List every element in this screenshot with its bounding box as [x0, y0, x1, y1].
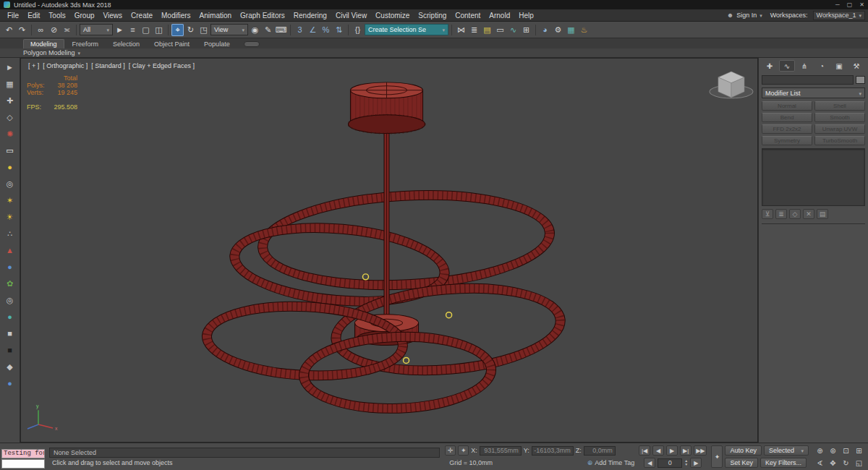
reference-coordinate-system-dropdown[interactable]: View — [210, 24, 248, 35]
menu-item[interactable]: Content — [451, 11, 485, 20]
set-key-mode-button[interactable]: ✦ — [711, 445, 723, 468]
modifier-button[interactable]: Bend — [762, 113, 812, 122]
create-tab-icon[interactable]: ✚ — [762, 60, 778, 72]
select-and-scale-icon[interactable]: ◳ — [197, 24, 210, 36]
menu-item[interactable]: Tools — [44, 11, 69, 20]
align-icon[interactable]: ≣ — [468, 24, 480, 36]
rectangular-selection-region-icon[interactable]: ▢ — [140, 24, 152, 36]
select-and-manipulate-icon[interactable]: ✎ — [262, 24, 274, 36]
listener-script-line[interactable] — [1, 459, 45, 469]
modifier-button[interactable]: Symmetry — [762, 136, 812, 145]
z-coordinate-field[interactable]: 0,0mm — [584, 446, 616, 456]
redo-icon[interactable]: ↷ — [16, 24, 28, 36]
go-to-end-icon[interactable]: ▶▶ — [694, 445, 707, 456]
left-tool-burst-icon[interactable]: ✺ — [3, 127, 17, 141]
window-crossing-icon[interactable]: ◫ — [153, 24, 165, 36]
sign-in-button[interactable]: ☻ Sign In — [724, 12, 765, 19]
absolute-mode-toggle[interactable]: ✛ — [445, 445, 456, 456]
key-filters-button[interactable]: Key Filters... — [760, 458, 807, 468]
display-tab-icon[interactable]: ▣ — [831, 60, 847, 72]
modifier-button[interactable]: Normal — [762, 101, 812, 111]
next-frame-icon[interactable]: ▶| — [680, 445, 692, 456]
left-tool-ring-icon[interactable]: ◎ — [3, 293, 17, 307]
selection-lock-icon[interactable]: ✦ — [458, 445, 469, 456]
chandelier-canopy[interactable] — [348, 82, 425, 134]
left-tool-foliage-icon[interactable]: ✿ — [3, 276, 17, 291]
pan-icon[interactable]: ✥ — [827, 457, 839, 469]
left-tool-select-icon[interactable]: ► — [3, 60, 17, 74]
named-selection-sets-dropdown[interactable]: Create Selection Se — [365, 24, 448, 35]
unlink-selection-icon[interactable]: ⊘ — [48, 24, 60, 36]
zoom-extents-icon[interactable]: ⊡ — [840, 445, 852, 456]
ribbon-tab[interactable]: Modeling — [23, 39, 64, 48]
menu-item[interactable]: Graph Editors — [236, 11, 289, 20]
ribbon-minimize-toggle[interactable] — [244, 41, 260, 47]
left-tool-diamond-icon[interactable]: ◆ — [3, 359, 17, 374]
y-coordinate-field[interactable]: -16103,3mm — [532, 446, 574, 456]
show-end-result-icon[interactable]: ≣ — [775, 209, 787, 219]
select-and-link-icon[interactable]: ∞ — [35, 24, 47, 36]
menu-item[interactable]: Rendering — [289, 11, 331, 20]
object-name-field[interactable] — [762, 75, 854, 85]
left-tool-plane-icon[interactable]: ▭ — [3, 143, 17, 158]
left-tool-blue-dot-icon[interactable]: ● — [3, 376, 17, 390]
select-and-rotate-icon[interactable]: ↻ — [184, 24, 197, 36]
modifier-stack[interactable] — [762, 148, 865, 206]
left-tool-scatter-icon[interactable]: ∴ — [3, 226, 17, 241]
menu-item[interactable]: Arnold — [485, 11, 514, 20]
edit-named-selection-sets-icon[interactable]: {} — [352, 24, 364, 36]
menu-item[interactable]: File — [3, 11, 23, 20]
add-time-tag-button[interactable]: ⊕ Add Time Tag — [587, 459, 634, 466]
angle-snap-icon[interactable]: ∠ — [307, 24, 319, 36]
menu-item[interactable]: Civil View — [331, 11, 371, 20]
ribbon-tab[interactable]: Freeform — [66, 40, 106, 48]
viewport-render-style-menu[interactable]: [ Standard ] — [91, 62, 125, 69]
modify-tab-icon[interactable]: ∿ — [779, 60, 795, 72]
chandelier-rod[interactable] — [384, 124, 389, 323]
bind-to-space-warp-icon[interactable]: ≍ — [61, 24, 73, 36]
menu-item[interactable]: Animation — [195, 11, 236, 20]
left-tool-grid-icon[interactable]: ▦ — [3, 77, 17, 91]
set-key-button[interactable]: Set Key — [725, 458, 758, 468]
frame-spinner[interactable]: ▲▼ — [684, 459, 688, 466]
menu-item[interactable]: Customize — [371, 11, 414, 20]
modifier-list-dropdown[interactable]: Modifier List — [762, 87, 865, 98]
close-button[interactable]: ✕ — [859, 1, 864, 8]
modifier-button[interactable]: Smooth — [814, 113, 865, 122]
make-unique-icon[interactable]: ◇ — [789, 209, 801, 219]
previous-key-icon[interactable]: ◀ — [644, 458, 655, 468]
next-key-icon[interactable]: ▶ — [690, 458, 702, 468]
left-tool-sphere-icon[interactable]: ● — [3, 160, 17, 174]
orbit-icon[interactable]: ↻ — [840, 457, 852, 469]
viewport-general-menu[interactable]: [ + ] — [28, 62, 39, 69]
viewport[interactable]: x y [ + ][ Orthographic ][ Standard ][ C… — [20, 58, 758, 443]
menu-item[interactable]: Views — [99, 11, 127, 20]
left-tool-add-icon[interactable]: ✚ — [3, 93, 17, 108]
left-tool-cone-icon[interactable]: ▲ — [3, 243, 17, 257]
polygon-modeling-panel[interactable]: Polygon Modeling — [23, 49, 75, 56]
menu-item[interactable]: Create — [127, 11, 157, 20]
left-tool-shape-icon[interactable]: ◇ — [3, 110, 17, 124]
pin-stack-icon[interactable]: ⊻ — [762, 209, 773, 219]
ribbon-toggle-icon[interactable]: ▭ — [494, 24, 506, 36]
ribbon-tab[interactable]: Populate — [197, 40, 237, 48]
x-coordinate-field[interactable]: 931,555mm — [480, 446, 522, 456]
listener-macro-line[interactable]: Testing for i — [1, 449, 45, 458]
remove-modifier-icon[interactable]: ✕ — [803, 209, 814, 219]
previous-frame-icon[interactable]: ◀ — [652, 445, 664, 456]
left-tool-box-icon[interactable]: ■ — [3, 326, 17, 341]
viewport-pov-menu[interactable]: [ Orthographic ] — [43, 62, 88, 69]
snap-toggle-3d-icon[interactable]: 3 — [294, 24, 306, 36]
menu-item[interactable]: Group — [70, 11, 99, 20]
chandelier-ring-2[interactable] — [226, 215, 453, 315]
render-production-icon[interactable]: ♨ — [578, 24, 590, 36]
layer-manager-icon[interactable]: ▤ — [481, 24, 493, 36]
modifier-button[interactable]: Unwrap UVW — [814, 124, 865, 134]
current-frame-field[interactable]: 0 — [658, 458, 682, 468]
zoom-all-icon[interactable]: ⊛ — [827, 445, 839, 456]
left-tool-light-icon[interactable]: ☀ — [3, 210, 17, 224]
schematic-view-icon[interactable]: ⊞ — [520, 24, 532, 36]
zoom-icon[interactable]: ⊕ — [814, 445, 826, 456]
keyboard-shortcut-override-icon[interactable]: ⌨ — [275, 24, 287, 36]
left-tool-teal-sphere-icon[interactable]: ● — [3, 309, 17, 324]
